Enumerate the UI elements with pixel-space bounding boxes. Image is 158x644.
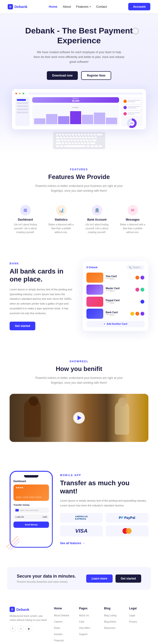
download-button[interactable]: Download now xyxy=(47,71,78,80)
youtube-icon[interactable]: ▶ xyxy=(26,626,32,632)
footer-link[interactable]: Financial xyxy=(54,639,64,642)
chart-bar xyxy=(58,116,69,124)
app-title: Transfer as much you want! xyxy=(60,479,149,495)
logo-text: Debank xyxy=(14,4,27,9)
footer-link[interactable]: Blog Listing xyxy=(104,614,117,617)
app-tag: MOBILE APP xyxy=(60,474,149,476)
key xyxy=(79,137,81,138)
key xyxy=(84,134,86,136)
mockup-avatar xyxy=(123,106,127,109)
nav-contact[interactable]: Contact xyxy=(96,5,107,8)
mockup-line xyxy=(128,112,140,113)
footer-col-heading: Blog xyxy=(104,607,123,610)
footer-link[interactable]: Rules xyxy=(54,627,60,629)
mastercard-circles xyxy=(123,528,132,534)
key xyxy=(86,140,88,142)
key xyxy=(56,140,60,142)
key xyxy=(56,142,61,144)
play-button[interactable] xyxy=(73,412,85,424)
key xyxy=(90,134,93,136)
key xyxy=(82,137,84,138)
see-all-features-link[interactable]: See all features → xyxy=(60,542,85,545)
bank-card-image-visa xyxy=(86,272,103,283)
mockup-right-item xyxy=(123,105,141,110)
bank-get-started-button[interactable]: Get started xyxy=(9,322,35,330)
footer-link[interactable]: Support xyxy=(79,633,87,636)
feature-name: Bank Account xyxy=(83,218,111,221)
mockup-right-item xyxy=(123,99,141,104)
video-bg xyxy=(9,394,149,442)
bank-account-icon: 🏦 xyxy=(92,205,102,216)
key xyxy=(95,145,98,147)
person-avatar xyxy=(140,276,145,280)
logo[interactable]: D Debank xyxy=(8,4,27,10)
bank-card-avatars xyxy=(140,300,145,304)
mockup-dot-red xyxy=(15,92,17,94)
nav-features[interactable]: Features ▾ xyxy=(76,5,91,8)
mockup-item-lines xyxy=(128,106,140,109)
card-star xyxy=(16,487,17,488)
twitter-icon[interactable]: t xyxy=(18,626,24,632)
bank-search-bar[interactable]: 🔍 Search... xyxy=(126,265,145,270)
video-thumbnail[interactable] xyxy=(9,394,149,442)
footer-link[interactable]: Investor xyxy=(54,633,63,636)
person-avatar xyxy=(140,312,145,316)
phone-account-input[interactable]: 4284 1148 1923 9423 xyxy=(13,508,49,513)
nav-about[interactable]: About xyxy=(63,5,71,8)
footer-link[interactable]: Card xyxy=(79,620,84,623)
feature-desc: Better a diamond with a flaw than a pebb… xyxy=(47,223,75,234)
phone-mockup-wrap: Dashboard 4284 1148 1923 9423 Transfer m… xyxy=(9,471,53,548)
chart-bar xyxy=(94,112,105,124)
showreel-subtitle: Powerful metrics to better understand yo… xyxy=(33,376,125,386)
key xyxy=(76,137,78,138)
nav-home[interactable]: Home xyxy=(49,5,57,8)
footer-link[interactable]: Privacy xyxy=(129,620,137,623)
footer-link[interactable]: About Debank xyxy=(54,614,69,617)
hero-decorative-circle xyxy=(132,28,139,34)
footer-col-blog: Blog Blog Listing Blog Article Newsroom xyxy=(104,607,123,644)
cta-banner: Secure your data in minutes. Prevent sec… xyxy=(7,567,151,590)
features-tag: FEATURES xyxy=(9,168,149,171)
footer-link[interactable]: Visa offers xyxy=(79,627,90,629)
feature-card-messages: ✉ Messages Better a diamond with a flaw … xyxy=(117,202,149,237)
phone-send-button[interactable]: Send Money xyxy=(13,522,49,528)
add-card-button[interactable]: + Add Another Card xyxy=(86,321,145,327)
feature-desc: Life isn't about finding yourself. Life … xyxy=(83,223,111,234)
bank-card-name: Master Card xyxy=(106,287,133,290)
mockup-line xyxy=(128,101,135,102)
mockup-card-value: Balance 59,400 xyxy=(72,98,79,102)
learn-more-button[interactable]: Learn more xyxy=(86,574,112,583)
mobile-app-section: Dashboard 4284 1148 1923 9423 Transfer m… xyxy=(0,456,158,562)
key xyxy=(83,140,85,142)
add-card-label: Add Another Card xyxy=(107,322,127,325)
register-button[interactable]: Register Now xyxy=(81,71,111,80)
key xyxy=(73,137,75,138)
footer-link-item: Blog Listing xyxy=(104,613,123,617)
bank-card-name: Paypal Card xyxy=(106,299,138,302)
facebook-icon[interactable]: f xyxy=(9,626,16,632)
footer-link[interactable]: Legal xyxy=(129,614,135,617)
bank-card-image-master xyxy=(86,284,103,295)
feature-desc: Better a diamond with a flaw than a pebb… xyxy=(119,223,147,234)
account-button[interactable]: Account xyxy=(128,3,150,10)
mockup-chart: Analytics xyxy=(32,105,119,126)
dashboard-mockup: Balance 59,400 Analytics xyxy=(12,89,146,130)
footer-link[interactable]: Newsroom xyxy=(104,627,116,629)
nav-links: Home About Features ▾ Contact xyxy=(49,5,107,8)
footer-link[interactable]: Blog Article xyxy=(104,620,116,623)
get-started-button[interactable]: Get started xyxy=(116,574,141,583)
feature-name: Dashboard xyxy=(11,218,39,221)
feature-name: Messages xyxy=(119,218,147,221)
bank-cards-list: Visa Card **** 4521 Master Card **** 882… xyxy=(86,272,145,319)
cta-title: Secure your data in minutes. xyxy=(17,574,76,579)
footer-link[interactable]: About Us xyxy=(79,614,89,617)
navigation: D Debank Home About Features ▾ Contact A… xyxy=(0,0,158,13)
bank-card-name: Bank Card xyxy=(106,311,128,314)
footer-link[interactable]: Careers xyxy=(54,620,63,623)
key xyxy=(89,140,92,142)
key xyxy=(81,134,83,136)
footer-link-item: About Us xyxy=(79,613,98,617)
showreel-title: How you benifit xyxy=(9,365,149,373)
key xyxy=(73,140,76,142)
showreel-section: SHOWREEL How you benifit Powerful metric… xyxy=(0,346,158,456)
